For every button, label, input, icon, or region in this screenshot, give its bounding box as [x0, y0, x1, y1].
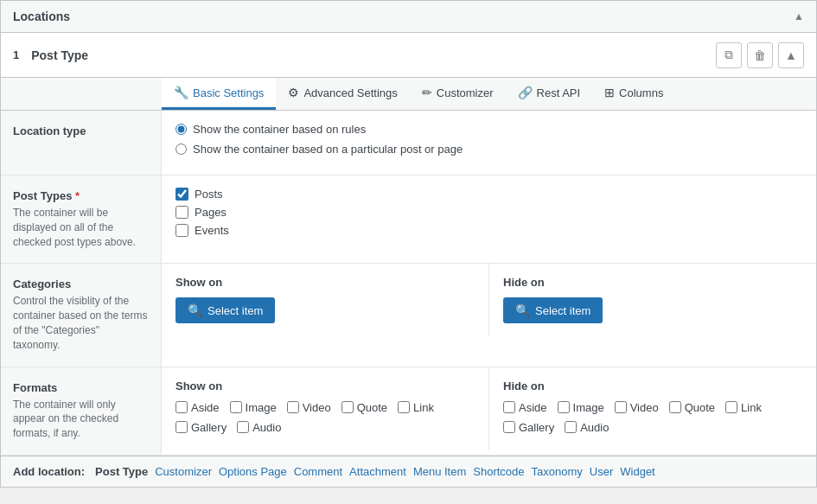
location-type-label-col: Location type: [1, 111, 162, 175]
format-hide-audio-input[interactable]: [565, 421, 577, 433]
tabs-bar: 🔧 Basic Settings ⚙ Advanced Settings ✏ C…: [1, 78, 816, 111]
add-location-taxonomy[interactable]: Taxonomy: [532, 465, 583, 478]
categories-control: Show on 🔍 Select item Hide on 🔍 Select i…: [162, 264, 816, 366]
add-location-customizer[interactable]: Customizer: [155, 465, 212, 478]
checkbox-events[interactable]: Events: [176, 224, 802, 237]
formats-hide-col: Hide on Aside Image Video Quote Link Gal…: [489, 367, 816, 450]
location-type-control: Show the container based on rules Show t…: [162, 111, 816, 175]
tab-rest-api[interactable]: 🔗 Rest API: [506, 78, 593, 110]
post-types-control: Posts Pages Events: [162, 175, 816, 263]
format-hide-aside-input[interactable]: [503, 401, 515, 413]
tab-columns[interactable]: ⊞ Columns: [592, 78, 675, 110]
format-show-aside[interactable]: Aside: [176, 401, 220, 414]
format-hide-gallery[interactable]: Gallery: [503, 421, 554, 434]
wrench-icon: 🔧: [174, 86, 188, 99]
categories-hide-label: Hide on: [503, 276, 802, 289]
format-show-link[interactable]: Link: [398, 401, 434, 414]
checkbox-events-label: Events: [195, 224, 229, 237]
add-location-attachment[interactable]: Attachment: [349, 465, 406, 478]
format-hide-gallery-input[interactable]: [503, 421, 515, 433]
categories-show-col: Show on 🔍 Select item: [162, 264, 489, 335]
categories-hide-col: Hide on 🔍 Select item: [489, 264, 816, 335]
checkbox-pages-input[interactable]: [176, 206, 188, 219]
formats-show-col: Show on Aside Image Video Quote Link Gal…: [162, 367, 489, 450]
categories-hide-select-btn[interactable]: 🔍 Select item: [503, 297, 603, 323]
search-icon: 🔍: [188, 303, 202, 317]
collapse-button[interactable]: ▲: [778, 42, 804, 68]
categories-show-select-btn[interactable]: 🔍 Select item: [176, 297, 275, 323]
post-type-row-header: 1 Post Type ⧉ 🗑 ▲: [1, 33, 816, 78]
format-show-aside-input[interactable]: [176, 401, 188, 413]
format-show-video[interactable]: Video: [287, 401, 331, 414]
formats-inner: Show on Aside Image Video Quote Link Gal…: [162, 367, 816, 450]
tab-customizer-label: Customizer: [437, 86, 494, 99]
radio-rule-based-label: Show the container based on rules: [193, 123, 366, 136]
format-hide-quote-input[interactable]: [669, 401, 681, 413]
format-show-gallery-input[interactable]: [176, 421, 188, 433]
categories-show-hide: Show on 🔍 Select item Hide on 🔍 Select i…: [162, 264, 816, 335]
add-location-menu-item[interactable]: Menu Item: [413, 465, 466, 478]
format-show-audio-input[interactable]: [237, 421, 249, 433]
format-show-video-input[interactable]: [287, 401, 299, 413]
categories-desc: Control the visiblity of the container b…: [13, 294, 149, 352]
radio-particular-post[interactable]: Show the container based on a particular…: [176, 143, 802, 156]
arrow-up-icon: ▲: [785, 48, 797, 62]
locations-panel: Locations ▲ 1 Post Type ⧉ 🗑 ▲ 🔧 Basic Se…: [0, 0, 817, 488]
tab-customizer[interactable]: ✏ Customizer: [410, 78, 506, 110]
add-location-user[interactable]: User: [590, 465, 613, 478]
post-types-desc: The container will be displayed on all o…: [13, 206, 149, 249]
add-location-options-page[interactable]: Options Page: [219, 465, 287, 478]
format-hide-image-input[interactable]: [558, 401, 570, 413]
post-type-actions: ⧉ 🗑 ▲: [716, 42, 804, 68]
format-hide-audio[interactable]: Audio: [565, 421, 609, 434]
post-type-number: 1: [13, 48, 19, 61]
format-show-quote-input[interactable]: [341, 401, 354, 413]
link-icon: 🔗: [518, 86, 533, 99]
delete-button[interactable]: 🗑: [747, 42, 773, 68]
format-show-quote[interactable]: Quote: [341, 401, 387, 414]
categories-show-select-label: Select item: [207, 304, 263, 317]
checkbox-pages[interactable]: Pages: [176, 206, 802, 219]
radio-rule-based[interactable]: Show the container based on rules: [176, 123, 802, 136]
checkbox-pages-label: Pages: [195, 206, 227, 219]
post-types-label-col: Post Types * The container will be displ…: [1, 175, 162, 263]
radio-particular-post-input[interactable]: [176, 144, 187, 155]
format-hide-link-input[interactable]: [725, 401, 737, 413]
format-show-image[interactable]: Image: [230, 401, 277, 414]
checkbox-events-input[interactable]: [176, 224, 188, 237]
checkbox-posts-input[interactable]: [176, 188, 188, 201]
checkbox-posts[interactable]: Posts: [176, 188, 802, 201]
format-hide-image[interactable]: Image: [558, 401, 604, 414]
add-location-shortcode[interactable]: Shortcode: [473, 465, 524, 478]
formats-hide-label: Hide on: [503, 380, 802, 392]
tab-columns-label: Columns: [619, 86, 663, 99]
location-type-label: Location type: [13, 124, 149, 137]
locations-collapse-icon[interactable]: ▲: [794, 10, 804, 22]
pencil-icon: ✏: [422, 86, 432, 99]
add-location-post-type[interactable]: Post Type: [95, 465, 148, 478]
format-hide-video[interactable]: Video: [615, 401, 659, 414]
tab-basic-settings[interactable]: 🔧 Basic Settings: [162, 78, 276, 110]
formats-label: Formats: [13, 381, 149, 394]
duplicate-button[interactable]: ⧉: [716, 42, 742, 68]
add-location-comment[interactable]: Comment: [294, 465, 342, 478]
locations-header: Locations ▲: [1, 1, 816, 33]
radio-rule-based-input[interactable]: [176, 124, 187, 135]
format-show-audio[interactable]: Audio: [237, 421, 281, 434]
categories-label: Categories: [13, 278, 149, 290]
format-hide-aside[interactable]: Aside: [503, 401, 547, 414]
format-hide-quote[interactable]: Quote: [669, 401, 715, 414]
format-show-link-input[interactable]: [398, 401, 410, 413]
add-location-widget[interactable]: Widget: [620, 465, 654, 478]
format-show-image-input[interactable]: [230, 401, 242, 413]
categories-row: Categories Control the visiblity of the …: [1, 264, 816, 367]
locations-title: Locations: [13, 10, 70, 23]
format-hide-link[interactable]: Link: [725, 401, 762, 414]
settings-content: Location type Show the container based o…: [1, 111, 816, 456]
tab-advanced-settings[interactable]: ⚙ Advanced Settings: [276, 78, 409, 110]
format-hide-video-input[interactable]: [615, 401, 627, 413]
add-location-bar: Add location: Post Type Customizer Optio…: [1, 456, 816, 487]
format-show-gallery[interactable]: Gallery: [176, 421, 227, 434]
trash-icon: 🗑: [754, 48, 766, 62]
formats-hide-options: Aside Image Video Quote Link Gallery Aud…: [503, 401, 802, 437]
